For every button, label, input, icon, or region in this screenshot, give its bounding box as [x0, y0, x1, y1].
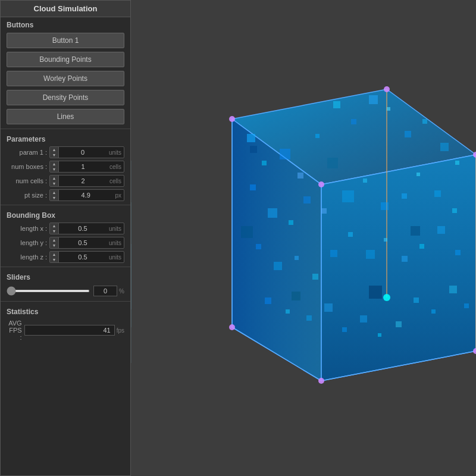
- numboxes-input-wrap: ▲ ▼ cells: [49, 161, 124, 173]
- lengthx-input-wrap: ▲ ▼ units: [49, 223, 124, 234]
- bounding-points-btn[interactable]: Bounding Points: [7, 52, 124, 67]
- svg-rect-27: [303, 196, 311, 203]
- parameters-section-label: Parameters: [1, 131, 130, 145]
- svg-rect-58: [449, 286, 457, 293]
- svg-rect-19: [387, 107, 390, 111]
- lengthz-value[interactable]: [59, 253, 107, 261]
- param1-down[interactable]: ▼: [50, 152, 58, 158]
- ptsize-down[interactable]: ▼: [50, 195, 58, 201]
- numcells-spin: ▲ ▼: [50, 176, 59, 186]
- lengthy-up[interactable]: ▲: [50, 237, 58, 243]
- svg-rect-34: [434, 190, 441, 197]
- svg-rect-45: [419, 244, 424, 249]
- numcells-value[interactable]: [59, 177, 107, 184]
- numboxes-spin: ▲ ▼: [50, 161, 59, 172]
- button1-btn[interactable]: Button 1: [7, 33, 124, 48]
- svg-rect-30: [363, 178, 367, 183]
- lengthy-down[interactable]: ▼: [50, 243, 58, 248]
- svg-rect-60: [241, 226, 253, 238]
- svg-point-73: [383, 294, 390, 301]
- svg-rect-53: [360, 315, 367, 322]
- lengthz-down[interactable]: ▼: [50, 257, 58, 262]
- numcells-down[interactable]: ▼: [50, 181, 58, 186]
- svg-rect-40: [330, 250, 337, 257]
- viewport: [131, 0, 476, 476]
- buttons-section-label: Buttons: [1, 17, 130, 31]
- param1-value[interactable]: [59, 149, 107, 156]
- svg-rect-43: [384, 238, 387, 242]
- numcells-unit: cells: [107, 178, 124, 184]
- lengthz-row: length z : ▲ ▼ units: [1, 250, 130, 264]
- lengthy-row: length y : ▲ ▼ units: [1, 236, 130, 250]
- numboxes-up[interactable]: ▲: [50, 161, 58, 167]
- numboxes-value[interactable]: [59, 163, 107, 170]
- svg-rect-52: [342, 327, 347, 332]
- svg-rect-61: [327, 158, 338, 168]
- lengthx-unit: units: [107, 226, 124, 232]
- lengthx-down[interactable]: ▼: [50, 228, 58, 234]
- avgfps-row: AVG FPS : fps: [1, 318, 130, 343]
- numcells-up[interactable]: ▲: [50, 176, 58, 181]
- svg-marker-2: [321, 155, 476, 381]
- button1-row: Button 1: [1, 31, 130, 50]
- lengthz-up[interactable]: ▲: [50, 252, 58, 257]
- svg-rect-62: [411, 226, 420, 236]
- svg-point-70: [229, 324, 235, 330]
- ptsize-up[interactable]: ▲: [50, 190, 58, 195]
- statistics-section-label: Statistics: [1, 304, 130, 318]
- slider-input[interactable]: [7, 290, 90, 292]
- sidebar: Cloud Simulation Buttons Button 1 Boundi…: [0, 0, 131, 476]
- svg-rect-38: [295, 256, 299, 260]
- svg-rect-63: [369, 286, 382, 299]
- param1-input-wrap: ▲ ▼ units: [49, 146, 124, 158]
- lengthx-value[interactable]: [59, 225, 107, 232]
- svg-rect-25: [268, 208, 277, 218]
- svg-rect-48: [265, 298, 271, 304]
- lengthx-spin: ▲ ▼: [50, 223, 59, 234]
- avgfps-unit: fps: [117, 327, 124, 334]
- svg-rect-29: [342, 190, 354, 202]
- svg-rect-39: [312, 274, 318, 280]
- ptsize-input-wrap: ▲ ▼ px: [49, 189, 124, 201]
- lengthz-spin: ▲ ▼: [50, 252, 59, 262]
- boundingbox-section-label: Bounding Box: [1, 208, 130, 221]
- svg-rect-49: [286, 309, 290, 314]
- svg-rect-46: [437, 226, 445, 234]
- lengthx-row: length x : ▲ ▼ units: [1, 221, 130, 236]
- lines-row: Lines: [1, 107, 130, 126]
- svg-rect-47: [455, 250, 461, 255]
- lengthy-value[interactable]: [59, 239, 107, 246]
- lengthx-up[interactable]: ▲: [50, 223, 58, 228]
- lengthy-label: length y :: [7, 239, 49, 246]
- numboxes-down[interactable]: ▼: [50, 167, 58, 172]
- svg-rect-44: [402, 256, 408, 262]
- param1-label: param 1 :: [7, 149, 49, 156]
- lines-btn[interactable]: Lines: [7, 109, 124, 124]
- numboxes-label: num boxes :: [7, 163, 49, 170]
- ptsize-row: pt size : ▲ ▼ px: [1, 188, 130, 202]
- svg-rect-54: [378, 333, 381, 337]
- svg-rect-42: [366, 250, 375, 259]
- svg-rect-55: [396, 321, 402, 327]
- svg-rect-37: [274, 262, 282, 270]
- worley-points-btn[interactable]: Worley Points: [7, 71, 124, 86]
- cloud-visualization: [131, 0, 476, 476]
- param1-spin: ▲ ▼: [50, 147, 59, 158]
- density-points-row: Density Points: [1, 88, 130, 107]
- param1-unit: units: [107, 149, 124, 156]
- numboxes-unit: cells: [107, 164, 124, 170]
- ptsize-value[interactable]: [59, 192, 112, 199]
- svg-rect-23: [455, 161, 459, 165]
- density-points-btn[interactable]: Density Points: [7, 90, 124, 105]
- numcells-row: num cells : ▲ ▼ cells: [1, 174, 130, 188]
- numcells-input-wrap: ▲ ▼ cells: [49, 175, 124, 187]
- svg-rect-32: [402, 193, 407, 199]
- svg-rect-21: [422, 119, 427, 124]
- svg-rect-56: [414, 298, 419, 303]
- param1-up[interactable]: ▲: [50, 147, 58, 152]
- slider-value[interactable]: [93, 286, 117, 296]
- ptsize-unit: px: [112, 192, 124, 199]
- param1-row: param 1 : ▲ ▼ units: [1, 145, 130, 159]
- ptsize-label: pt size :: [7, 192, 49, 199]
- numcells-label: num cells :: [7, 177, 49, 184]
